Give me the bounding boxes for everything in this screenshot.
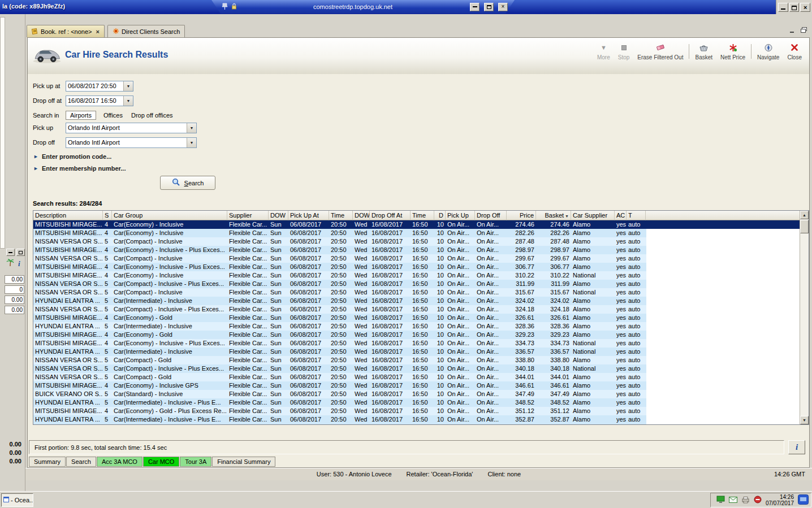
tab-car-mco[interactable]: Car MCO <box>143 457 179 467</box>
pin-icon[interactable] <box>222 3 228 11</box>
tab-close-icon[interactable]: × <box>96 28 100 35</box>
side-value-field[interactable]: 0.00 <box>5 275 24 284</box>
basket-button[interactable]: Basket <box>691 41 716 62</box>
result-row[interactable]: NISSAN VERSA OR S...5Car(Compact) - Incl… <box>33 364 646 373</box>
tab-search[interactable]: Search <box>66 457 96 467</box>
tab-direct-clients-search[interactable]: Direct Clients Search <box>107 25 185 37</box>
side-value-field[interactable]: 0 <box>5 285 24 294</box>
rdp-minimize-button[interactable] <box>470 3 480 11</box>
pickup-datetime-select[interactable]: 06/08/2017 20:50 ▼ <box>66 81 133 92</box>
mdi-minimize-icon[interactable] <box>789 27 796 34</box>
chevron-down-icon[interactable]: ▼ <box>123 96 133 106</box>
tray-clock[interactable]: 14:26 07/07/2017 <box>766 494 794 506</box>
result-row[interactable]: NISSAN VERSA OR S...5Car(Compact) - Gold… <box>33 373 646 381</box>
tab-booking-ref[interactable]: Book. ref : <none> × <box>27 25 105 37</box>
result-row[interactable]: MITSUBISHI MIRAGE...4Car(Economy) - Incl… <box>33 381 646 390</box>
scroll-up-icon[interactable]: ▲ <box>800 211 809 219</box>
result-row[interactable]: HYUNDAI ELANTRA ...5Car(Intermediate) - … <box>33 415 646 424</box>
result-row[interactable]: NISSAN VERSA OR S...5Car(Compact) - Gold… <box>33 356 646 364</box>
rdp-close-button[interactable]: × <box>498 3 508 11</box>
column-header-supplier[interactable]: Supplier <box>227 211 269 220</box>
result-row[interactable]: MITSUBISHI MIRAGE...4Car(Economy) - Incl… <box>33 220 800 229</box>
result-row[interactable]: HYUNDAI ELANTRA ...5Car(Intermediate) - … <box>33 322 646 331</box>
tray-printer-icon[interactable] <box>741 496 750 505</box>
scrollbar-thumb[interactable] <box>800 220 809 233</box>
navigate-button[interactable]: Navigate <box>753 41 783 62</box>
stop-button[interactable]: Stop <box>614 41 634 62</box>
chevron-down-icon[interactable]: ▼ <box>187 138 196 147</box>
side-minimize-button[interactable] <box>6 249 15 256</box>
column-header-car_supplier[interactable]: Car Supplier <box>571 211 615 220</box>
mdi-restore-icon[interactable] <box>800 27 807 34</box>
side-value-field[interactable]: 0.00 <box>5 296 24 304</box>
column-header-days[interactable]: D <box>434 211 446 220</box>
search-in-dropoff-offices[interactable]: Drop off offices <box>130 111 174 119</box>
column-header-basket[interactable]: Basket▼ <box>536 211 571 220</box>
result-row[interactable]: MITSUBISHI MIRAGE...4Car(Economy) - Incl… <box>33 246 646 254</box>
result-row[interactable]: NISSAN VERSA OR S...5Car(Compact) - Incl… <box>33 254 646 263</box>
pickup-location-select[interactable]: Orlando Intl Airport ▼ <box>66 123 197 133</box>
result-row[interactable]: MITSUBISHI MIRAGE...4Car(Economy) - Incl… <box>33 271 646 280</box>
result-row[interactable]: NISSAN VERSA OR S...5Car(Compact) - Incl… <box>33 237 646 246</box>
tray-monitor-icon[interactable] <box>716 496 725 505</box>
result-row[interactable]: BUICK VERANO OR S...5Car(Standard) - Inc… <box>33 390 646 398</box>
membership-number-expander[interactable]: ► Enter membership number... <box>33 165 126 172</box>
dropoff-location-select[interactable]: Orlando Intl Airport ▼ <box>66 137 197 148</box>
column-header-s[interactable]: S <box>103 211 112 220</box>
tab-financial-summary[interactable]: Financial Summary <box>212 457 275 467</box>
column-header-trans[interactable]: T <box>627 211 646 220</box>
result-row[interactable]: HYUNDAI ELANTRA ...5Car(Intermediate) - … <box>33 398 646 407</box>
column-header-price[interactable]: Price <box>507 211 536 220</box>
taskbar-app-button[interactable]: - Ocea... <box>1 493 33 507</box>
column-header-do_date[interactable]: Drop Off At <box>370 211 411 220</box>
result-row[interactable]: MITSUBISHI MIRAGE...4Car(Economy) - Gold… <box>33 314 646 322</box>
search-in-offices[interactable]: Offices <box>102 111 124 119</box>
chevron-down-icon[interactable]: ▼ <box>187 123 196 133</box>
side-value-field[interactable]: 0.00 <box>5 306 24 314</box>
search-in-airports[interactable]: Airports <box>66 111 96 120</box>
search-button[interactable]: Search <box>160 176 215 190</box>
more-button[interactable]: ▼ More <box>593 41 614 62</box>
tab-summary[interactable]: Summary <box>29 457 66 467</box>
column-header-dow2[interactable]: DOW <box>353 211 370 220</box>
result-row[interactable]: MITSUBISHI MIRAGE...4Car(Economy) - Incl… <box>33 263 646 271</box>
tray-status-icon[interactable] <box>754 496 762 505</box>
rdp-restore-button[interactable] <box>484 3 494 11</box>
side-restore-button[interactable] <box>16 249 25 256</box>
result-row[interactable]: HYUNDAI ELANTRA ...5Car(Intermediate) - … <box>33 297 646 305</box>
chevron-down-icon[interactable]: ▼ <box>123 81 133 91</box>
nett-price-button[interactable]: Nett Price <box>716 41 749 62</box>
tray-rdp-icon[interactable] <box>798 494 809 506</box>
window-maximize-button[interactable] <box>789 3 800 12</box>
vertical-scrollbar[interactable]: ▲ ▼ <box>800 211 809 424</box>
scroll-down-icon[interactable]: ▼ <box>800 416 809 424</box>
window-minimize-button[interactable] <box>778 3 788 12</box>
column-header-do_time[interactable]: Time <box>411 211 434 220</box>
info-button[interactable]: i <box>788 440 805 454</box>
result-row[interactable]: NISSAN VERSA OR S...5Car(Compact) - Incl… <box>33 280 646 288</box>
window-close-button[interactable]: × <box>800 3 810 12</box>
dropoff-datetime-select[interactable]: 16/08/2017 16:50 ▼ <box>66 95 133 106</box>
result-row[interactable]: NISSAN VERSA OR S...5Car(Compact) - Incl… <box>33 305 646 314</box>
info-icon[interactable]: i <box>18 260 20 267</box>
column-header-ac[interactable]: AC <box>615 211 627 220</box>
column-header-description[interactable]: Description <box>33 211 103 220</box>
result-row[interactable]: HYUNDAI ELANTRA ...5Car(Intermediate) - … <box>33 348 646 356</box>
column-header-group[interactable]: Car Group <box>112 211 227 220</box>
column-header-pu_time[interactable]: Time <box>329 211 353 220</box>
result-row[interactable]: MITSUBISHI MIRAGE...4Car(Economy) - Incl… <box>33 339 646 348</box>
column-header-dow1[interactable]: DOW <box>269 211 288 220</box>
promotion-code-expander[interactable]: ► Enter promotion code... <box>33 153 111 160</box>
tray-mail-icon[interactable] <box>729 497 737 504</box>
result-row[interactable]: MITSUBISHI MIRAGE...4Car(Economy) - Gold… <box>33 331 646 339</box>
result-row[interactable]: NISSAN VERSA OR S...5Car(Compact) - Incl… <box>33 288 646 297</box>
column-header-pu_loc[interactable]: Pick Up <box>446 211 475 220</box>
erase-filtered-out-button[interactable]: Erase Filtered Out <box>633 41 687 62</box>
column-header-do_loc[interactable]: Drop Off <box>475 211 507 220</box>
tab-tour-3a[interactable]: Tour 3A <box>180 457 211 467</box>
column-header-pu_date[interactable]: Pick Up At <box>288 211 329 220</box>
tab-acc-3a-mco[interactable]: Acc 3A MCO <box>97 457 142 467</box>
result-row[interactable]: MITSUBISHI MIRAGE...4Car(Economy) - Gold… <box>33 407 646 415</box>
result-row[interactable]: MITSUBISHI MIRAGE...4Car(Economy) - Incl… <box>33 229 646 237</box>
close-button[interactable]: Close <box>783 41 806 62</box>
